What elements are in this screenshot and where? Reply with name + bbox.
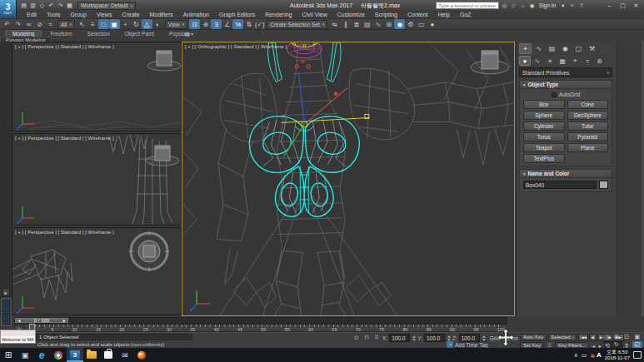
open-file-icon[interactable]: ▥ (28, 2, 37, 10)
render-setup-icon[interactable]: ⚙ (405, 19, 416, 29)
isolate-selection-toggle-icon[interactable]: ⊙ (352, 335, 361, 342)
undo-quick-icon[interactable]: ↶ (47, 2, 56, 10)
time-slider-handle[interactable]: ◀ 0 / 100 ▶ (15, 318, 68, 323)
lights-icon[interactable]: ☀ (544, 56, 556, 66)
snap-toggle-3d-icon[interactable]: 3 (211, 19, 222, 29)
selection-set-dropdown[interactable]: Selected (548, 334, 577, 341)
utilities-tab-icon[interactable]: ⚒ (586, 43, 598, 54)
space-warps-icon[interactable]: ≈ (582, 56, 593, 66)
object-type-rollout-header[interactable]: ▾ Object Type (519, 80, 612, 89)
viewport-bottom-left[interactable]: [ + ] [ Perspective ] [ Standard ] [ Wir… (12, 227, 182, 315)
menu-item[interactable]: Rendering (260, 12, 297, 17)
auto-key-button[interactable]: Auto Key (520, 334, 547, 341)
reference-coordinate-dropdown[interactable]: View (165, 20, 188, 29)
time-slider-track[interactable]: ◀ 0 / 100 ▶ (14, 317, 507, 324)
undo-icon[interactable]: ↶ (2, 19, 12, 29)
edge-icon[interactable] (33, 348, 50, 362)
primitive-button[interactable]: Sphere (523, 111, 565, 120)
menu-item[interactable]: Views (92, 12, 117, 17)
viewport-label[interactable]: [ + ] [ Perspective ] [ Standard ] [ Wir… (15, 230, 114, 235)
chrome-icon[interactable] (50, 348, 67, 362)
angle-snap-icon[interactable]: ∠ (222, 19, 232, 29)
new-scene-icon[interactable]: ▤ (19, 2, 28, 10)
selection-lock-toggle-icon[interactable]: ⊓ (362, 335, 371, 342)
menu-item[interactable]: Content (402, 12, 433, 17)
zoom-all-icon[interactable]: ⊞ (612, 333, 622, 341)
menu-item[interactable]: Animation (178, 12, 214, 17)
exchange-apps-icon[interactable]: ✕ (568, 2, 576, 9)
favorites-star-icon[interactable]: ☆ (510, 2, 517, 9)
primitive-button[interactable]: TextPlus (523, 154, 565, 163)
ribbon-tab-object-paint[interactable]: Object Paint (118, 30, 161, 37)
select-and-rotate-icon[interactable]: ↻ (131, 19, 142, 29)
select-and-scale-icon[interactable]: △ (142, 19, 152, 29)
primitive-button[interactable]: Cylinder (523, 121, 565, 131)
start-button[interactable] (0, 348, 17, 362)
menu-item[interactable]: Tools (42, 12, 65, 17)
viewport-layout-tab[interactable] (1, 298, 12, 326)
ime-language-indicator[interactable]: A (597, 351, 602, 359)
menu-item[interactable]: Edit (22, 12, 42, 17)
primitive-button[interactable]: Teapot (523, 143, 565, 152)
mirror-icon[interactable]: ⇋ (329, 19, 340, 29)
transform-type-in-icon[interactable]: ⠿ (372, 335, 381, 342)
3ds-max-taskbar-icon[interactable] (67, 348, 83, 362)
paint-tool-icon[interactable] (133, 348, 150, 362)
project-folder-icon[interactable]: ▦ (65, 2, 74, 10)
primitive-button[interactable]: Tube (567, 121, 609, 131)
menu-item[interactable]: Civil View (297, 12, 332, 17)
spinner-icon[interactable] (482, 335, 486, 341)
percent-snap-icon[interactable]: % (232, 19, 243, 29)
welcome-popup[interactable]: Welcome to MA (0, 330, 36, 344)
track-bar[interactable]: 0510152025303540455055606570758085909510… (25, 324, 507, 332)
menu-item[interactable]: Customize (332, 12, 370, 17)
spinner-icon[interactable] (412, 335, 416, 341)
systems-icon[interactable]: ⊛ (594, 56, 606, 66)
viewport-main[interactable]: [ + ] [ Orthographic ] [ Standard ] [ Wi… (182, 42, 515, 316)
primitive-button[interactable]: Cone (567, 100, 609, 109)
sign-in-dropdown-icon[interactable]: ▾ (559, 2, 567, 9)
object-name-field[interactable] (523, 181, 597, 189)
zoom-icon[interactable]: ◎ (601, 333, 612, 341)
sign-in-button[interactable]: Sign In (539, 2, 556, 8)
motion-tab-icon[interactable]: ◉ (559, 43, 572, 54)
file-explorer-icon[interactable] (83, 348, 100, 362)
close-button[interactable]: ✕ (630, 1, 642, 10)
object-color-swatch[interactable] (599, 181, 608, 189)
volume-tray-icon[interactable]: ♪ (590, 352, 593, 358)
geometry-icon[interactable]: ● (519, 56, 531, 66)
named-selection-sets-icon[interactable]: {✓} (254, 19, 265, 29)
display-tray-icon[interactable]: ▭ (582, 352, 587, 359)
mail-icon[interactable] (117, 348, 133, 362)
menu-item[interactable]: Graph Editors (214, 12, 260, 17)
previous-frame-icon[interactable]: ◀| (589, 334, 597, 341)
action-center-icon[interactable] (633, 351, 642, 359)
menu-item[interactable]: GoZ (455, 12, 477, 17)
select-and-place-icon[interactable]: ◐ (152, 19, 163, 29)
menu-item[interactable]: Scripting (370, 12, 402, 17)
curve-editor-icon[interactable]: ∿ (372, 19, 383, 29)
3ds-max-logo-icon[interactable]: 3 MAX (0, 0, 17, 18)
taskbar-clock[interactable]: 오후 6:50 2018-11-07 (605, 350, 630, 361)
expand-panel-arrow[interactable]: ▸ (2, 288, 10, 296)
tray-expand-icon[interactable]: ∧ (574, 352, 578, 359)
menu-item[interactable]: Create (117, 12, 144, 17)
select-and-link-icon[interactable]: ∞ (23, 19, 34, 29)
create-selection-set-dropdown[interactable]: Create Selection Set (267, 20, 327, 29)
spinner-snap-icon[interactable]: ⇅ (243, 19, 254, 29)
use-pivot-point-icon[interactable]: ⊡ (189, 19, 200, 29)
go-to-start-icon[interactable]: |◀◀ (578, 334, 588, 341)
rectangular-selection-region-icon[interactable]: □ (98, 19, 109, 29)
ribbon-config-icon[interactable]: ▦ ▾ (185, 31, 193, 37)
search-go-icon[interactable]: ◎ (501, 2, 508, 9)
search-input[interactable] (436, 2, 499, 9)
viewport-label[interactable]: [ + ] [ Orthographic ] [ Standard ] [ Wi… (185, 44, 287, 49)
rendered-frame-window-icon[interactable]: ▭ (416, 19, 427, 29)
cameras-icon[interactable]: ▦ (557, 56, 568, 66)
command-panel-scrollbar[interactable] (640, 42, 644, 316)
next-frame-arrow-icon[interactable]: ▶ (62, 319, 67, 323)
select-by-name-icon[interactable]: ≡ (87, 19, 98, 29)
viewport-label[interactable]: [ + ] [ Perspective ] [ Standard ] [ Wir… (15, 44, 114, 49)
window-crossing-toggle-icon[interactable]: ▣ (109, 19, 120, 29)
shapes-icon[interactable]: ∿ (532, 56, 543, 66)
